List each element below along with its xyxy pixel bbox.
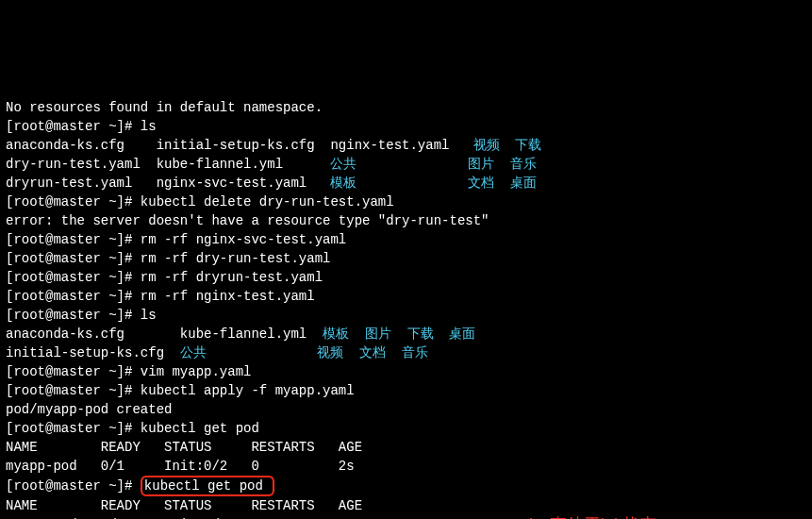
ls-output: 模板 图片 下载 桌面 [323, 326, 475, 342]
table-row: myapp-pod 0/1 Init:0/2 0 2s [6, 459, 355, 474]
prompt: [root@master ~]# [6, 270, 141, 285]
highlighted-command: kubectl get pod [141, 476, 274, 496]
cmd: kubectl get pod [144, 478, 271, 494]
prompt: [root@master ~]# [6, 119, 141, 134]
cmd: kubectl delete dry-run-test.yaml [141, 194, 394, 209]
cmd: rm -rf dryrun-test.yaml [141, 270, 323, 285]
ls-output: 公共 图片 音乐 [330, 157, 536, 172]
ls-output: dryrun-test.yaml nginx-svc-test.yaml [6, 176, 330, 191]
table-header: NAME READY STATUS RESTARTS AGE [6, 498, 362, 513]
cmd: rm -rf nginx-test.yaml [141, 289, 315, 304]
annotation-text: pod一直处于init状态 [505, 515, 656, 519]
prompt: [root@master ~]# [6, 232, 141, 247]
ls-output: dry-run-test.yaml kube-flannel.yml [6, 157, 330, 172]
cmd: rm -rf dry-run-test.yaml [141, 251, 331, 266]
cmd: ls [141, 308, 157, 323]
ls-output: initial-setup-ks.cfg [6, 345, 180, 360]
prompt: [root@master ~]# [6, 478, 141, 494]
ls-output: 公共 视频 文档 音乐 [180, 345, 428, 360]
ls-output: 模板 文档 桌面 [330, 176, 536, 191]
ls-output: anaconda-ks.cfg initial-setup-ks.cfg ngi… [6, 138, 473, 153]
prompt: [root@master ~]# [6, 194, 141, 209]
cmd: rm -rf nginx-svc-test.yaml [141, 232, 346, 247]
cmd: vim myapp.yaml [141, 364, 252, 379]
ls-output: 视频 下载 [473, 138, 542, 153]
prompt: [root@master ~]# [6, 251, 141, 266]
cmd: kubectl get pod [141, 421, 259, 436]
prompt: [root@master ~]# [6, 289, 141, 304]
ls-output: anaconda-ks.cfg kube-flannel.yml [6, 326, 323, 342]
terminal[interactable]: No resources found in default namespace.… [0, 75, 812, 519]
prompt: [root@master ~]# [6, 421, 141, 436]
output-line: No resources found in default namespace. [6, 100, 323, 115]
output-line: pod/myapp-pod created [6, 402, 172, 417]
prompt: [root@master ~]# [6, 364, 141, 379]
cmd: ls [141, 119, 157, 134]
table-header: NAME READY STATUS RESTARTS AGE [6, 440, 362, 455]
prompt: [root@master ~]# [6, 308, 141, 323]
cmd: kubectl apply -f myapp.yaml [141, 383, 355, 398]
prompt: [root@master ~]# [6, 383, 141, 398]
error-line: error: the server doesn't have a resourc… [6, 213, 489, 228]
